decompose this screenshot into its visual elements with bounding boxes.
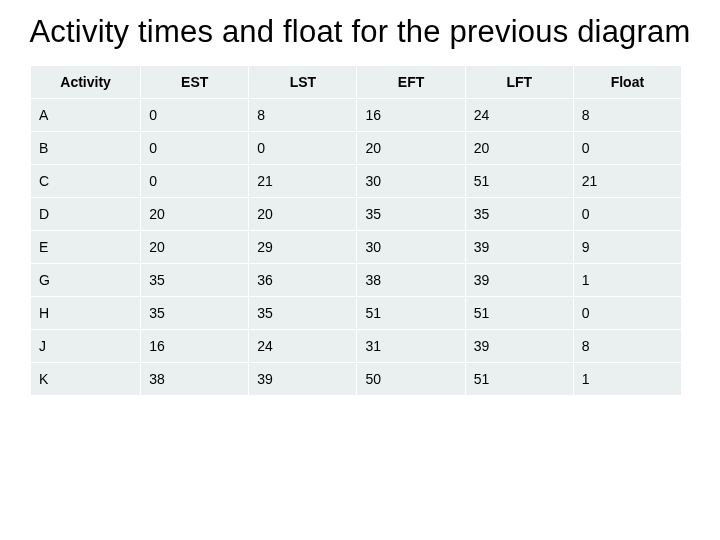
cell: 31 — [357, 329, 465, 362]
cell: 35 — [249, 296, 357, 329]
cell: B — [31, 131, 141, 164]
page-title: Activity times and float for the previou… — [12, 14, 708, 51]
cell: 29 — [249, 230, 357, 263]
cell: 38 — [141, 362, 249, 395]
cell: 16 — [357, 98, 465, 131]
cell: 9 — [573, 230, 681, 263]
cell: 38 — [357, 263, 465, 296]
table-body: A 0 8 16 24 8 B 0 0 20 20 0 C 0 21 30 51 — [31, 98, 682, 395]
slide: Activity times and float for the previou… — [0, 0, 720, 540]
cell: D — [31, 197, 141, 230]
cell: 0 — [573, 131, 681, 164]
cell: 1 — [573, 263, 681, 296]
cell: 8 — [249, 98, 357, 131]
cell: C — [31, 164, 141, 197]
cell: 20 — [465, 131, 573, 164]
cell: 35 — [465, 197, 573, 230]
cell: 20 — [141, 197, 249, 230]
table-row: E 20 29 30 39 9 — [31, 230, 682, 263]
cell: 0 — [141, 164, 249, 197]
cell: 0 — [249, 131, 357, 164]
cell: 20 — [249, 197, 357, 230]
col-float: Float — [573, 65, 681, 98]
cell: 51 — [465, 362, 573, 395]
cell: 30 — [357, 164, 465, 197]
table-row: J 16 24 31 39 8 — [31, 329, 682, 362]
cell: 51 — [465, 296, 573, 329]
cell: 0 — [573, 197, 681, 230]
cell: 21 — [573, 164, 681, 197]
cell: 30 — [357, 230, 465, 263]
col-lft: LFT — [465, 65, 573, 98]
cell: 35 — [141, 263, 249, 296]
cell: 39 — [249, 362, 357, 395]
col-est: EST — [141, 65, 249, 98]
table-row: H 35 35 51 51 0 — [31, 296, 682, 329]
col-lst: LST — [249, 65, 357, 98]
cell: 8 — [573, 329, 681, 362]
cell: 35 — [357, 197, 465, 230]
cell: 20 — [141, 230, 249, 263]
cell: 8 — [573, 98, 681, 131]
cell: 39 — [465, 329, 573, 362]
col-eft: EFT — [357, 65, 465, 98]
activity-table: Activity EST LST EFT LFT Float A 0 8 16 … — [30, 65, 682, 396]
table-row: A 0 8 16 24 8 — [31, 98, 682, 131]
table-row: D 20 20 35 35 0 — [31, 197, 682, 230]
table-row: B 0 0 20 20 0 — [31, 131, 682, 164]
cell: 24 — [465, 98, 573, 131]
table-row: K 38 39 50 51 1 — [31, 362, 682, 395]
cell: 50 — [357, 362, 465, 395]
cell: 1 — [573, 362, 681, 395]
cell: 0 — [141, 131, 249, 164]
cell: 24 — [249, 329, 357, 362]
table-row: G 35 36 38 39 1 — [31, 263, 682, 296]
cell: K — [31, 362, 141, 395]
cell: 21 — [249, 164, 357, 197]
cell: J — [31, 329, 141, 362]
cell: 36 — [249, 263, 357, 296]
cell: 16 — [141, 329, 249, 362]
cell: G — [31, 263, 141, 296]
cell: 51 — [465, 164, 573, 197]
cell: 51 — [357, 296, 465, 329]
table-row: C 0 21 30 51 21 — [31, 164, 682, 197]
cell: 0 — [141, 98, 249, 131]
cell: H — [31, 296, 141, 329]
cell: 0 — [573, 296, 681, 329]
table-header-row: Activity EST LST EFT LFT Float — [31, 65, 682, 98]
cell: 35 — [141, 296, 249, 329]
cell: E — [31, 230, 141, 263]
cell: 39 — [465, 230, 573, 263]
cell: 39 — [465, 263, 573, 296]
cell: A — [31, 98, 141, 131]
col-activity: Activity — [31, 65, 141, 98]
cell: 20 — [357, 131, 465, 164]
